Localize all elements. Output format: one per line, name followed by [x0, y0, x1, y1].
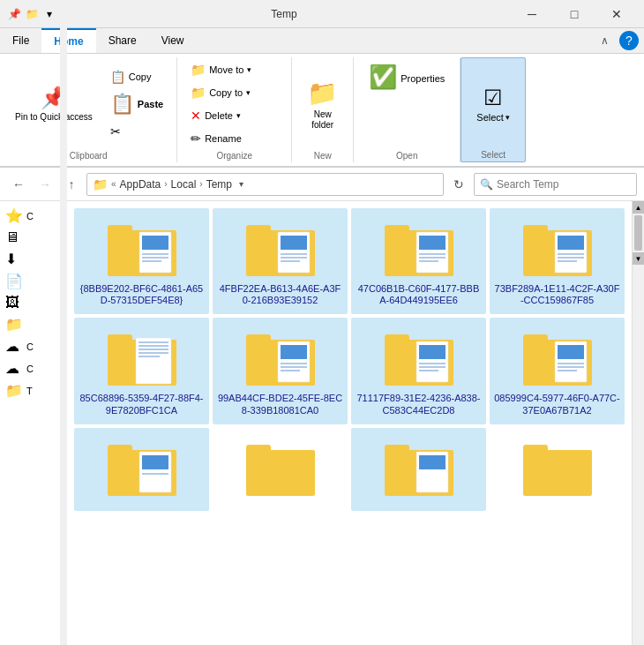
window-title: Temp	[56, 8, 512, 20]
file-item-6[interactable]: 71117F89-31E2-4236-A838-C583C44EC2D8	[351, 318, 486, 424]
main-area: ⭐ C 🖥 ⬇ 📄 🖼 📁 ☁ C ☁	[0, 201, 644, 645]
sidebar-item-2[interactable]: 🖥	[0, 227, 65, 248]
file-grid-container[interactable]: {8BB9E202-BF6C-4861-A65D-57315DEF54E8} 4…	[67, 201, 632, 645]
file-item-10[interactable]	[351, 428, 486, 511]
paste-label: Paste	[138, 99, 163, 109]
file-item-3[interactable]: 73BF289A-1E11-4C2F-A30F-CCC159867F85	[490, 208, 625, 314]
select-button[interactable]: ☑ Select ▾	[468, 81, 518, 127]
scroll-up-button[interactable]: ▲	[633, 201, 644, 214]
file-item-4[interactable]: 85C68896-5359-4F27-88F4-9E7820BFC1CA	[74, 318, 209, 424]
file-item-7[interactable]: 085999C4-5977-46F0-A77C-37E0A67B71A2	[490, 318, 625, 424]
address-local[interactable]: Local	[171, 178, 197, 191]
address-bar[interactable]: 📁 « AppData › Local › Temp ▾	[86, 173, 444, 196]
svg-rect-47	[419, 363, 446, 364]
sidebar-cloud-label-1: C	[26, 341, 34, 352]
svg-rect-10	[281, 236, 307, 250]
scroll-down-button[interactable]: ▼	[633, 252, 644, 265]
sidebar-item-cloud-1[interactable]: ☁ C	[0, 335, 65, 357]
file-item-0[interactable]: {8BB9E202-BF6C-4861-A65D-57315DEF54E8}	[74, 208, 209, 314]
svg-rect-1	[108, 225, 132, 234]
select-chevron: ▾	[505, 113, 510, 122]
forward-button[interactable]: →	[34, 173, 56, 196]
tab-file[interactable]: File	[0, 28, 41, 53]
search-bar[interactable]: 🔍	[474, 173, 637, 196]
sidebar-item-temp[interactable]: 📁 T	[0, 379, 65, 401]
file-item-9[interactable]	[213, 428, 348, 511]
paste-button[interactable]: 📋 Paste	[104, 89, 169, 119]
new-folder-button[interactable]: 📁 Newfolder	[299, 74, 346, 135]
file-name-6: 71117F89-31E2-4236-A838-C583C44EC2D8	[356, 393, 482, 416]
svg-rect-13	[281, 260, 300, 262]
address-arrow-2: ›	[199, 179, 202, 189]
refresh-button[interactable]: ↻	[447, 173, 470, 196]
folder-icon-1	[244, 216, 317, 280]
svg-rect-58	[108, 445, 132, 454]
svg-rect-5	[142, 257, 168, 259]
file-grid: {8BB9E202-BF6C-4861-A65D-57315DEF54E8} 4…	[67, 201, 632, 518]
tab-view[interactable]: View	[149, 28, 197, 53]
address-folder-icon: 📁	[93, 177, 108, 191]
clipboard-group-label: Clipboard	[7, 149, 169, 161]
ribbon-collapse-button[interactable]: ∧	[593, 29, 616, 52]
scrollbar-v[interactable]: ▲ ▼	[632, 201, 644, 645]
back-button[interactable]: ←	[7, 173, 30, 196]
address-dropdown-icon[interactable]: ▾	[239, 179, 243, 189]
pin-to-quick-access-button[interactable]: 📌 Pin to Quick access	[7, 81, 101, 127]
select-icon: ☑	[483, 86, 503, 110]
copy-to-button[interactable]: 📁 Copy to ▾	[184, 82, 257, 103]
star-icon: ⭐	[5, 207, 23, 224]
svg-rect-24	[558, 236, 584, 250]
delete-button[interactable]: ✕ Delete ▾	[184, 105, 247, 126]
svg-rect-61	[142, 473, 168, 475]
new-group-label: New	[299, 149, 346, 161]
svg-rect-27	[558, 260, 577, 262]
rename-button[interactable]: ✏ Rename	[184, 128, 248, 149]
ribbon-help-button[interactable]: ?	[619, 31, 639, 50]
tab-share[interactable]: Share	[96, 28, 149, 53]
sidebar-item-6[interactable]: 📁	[0, 313, 65, 335]
folder-icon-10	[383, 436, 455, 499]
select-label: Select	[476, 112, 504, 123]
svg-rect-25	[558, 253, 584, 255]
dropdown-icon[interactable]: ▾	[42, 7, 56, 21]
ribbon: File Home Share View ∧ ? 📌 Pin to Quick …	[0, 28, 644, 168]
address-temp[interactable]: Temp	[206, 178, 232, 191]
scroll-thumb[interactable]	[634, 215, 642, 251]
pin-label: Pin to Quick access	[15, 112, 93, 123]
copy-button[interactable]: 📋 Copy	[104, 66, 169, 87]
folder-sidebar-icon: 📁	[5, 316, 23, 333]
close-button[interactable]: ✕	[596, 0, 637, 28]
file-item-11[interactable]	[490, 428, 625, 511]
file-item-1[interactable]: 4FBF22EA-B613-4A6E-A3F0-216B93E39152	[213, 208, 348, 314]
svg-rect-69	[523, 445, 548, 454]
ribbon-content: 📌 Pin to Quick access 📋 Copy 📋 Paste ✂	[0, 54, 644, 167]
minimize-button[interactable]: ─	[512, 0, 552, 28]
sidebar-item-3[interactable]: ⬇	[0, 248, 65, 270]
sidebar-item-5[interactable]: 🖼	[0, 292, 65, 313]
properties-button[interactable]: ✅ Properties	[361, 59, 453, 97]
folder-icon-7	[521, 326, 594, 389]
svg-rect-39	[281, 345, 307, 359]
file-item-2[interactable]: 47C06B1B-C60F-4177-BBBA-64D449195EE6	[351, 208, 486, 314]
copy-to-label: Copy to	[209, 87, 243, 98]
organize-group-label: Organize	[184, 149, 284, 161]
cut-button[interactable]: ✂	[104, 121, 169, 142]
file-item-8[interactable]	[74, 428, 209, 511]
move-to-button[interactable]: 📁 Move to ▾	[184, 59, 258, 80]
address-arrow-1: ›	[164, 179, 167, 189]
sidebar-item-4[interactable]: 📄	[0, 270, 65, 292]
address-appdata[interactable]: AppData	[120, 178, 161, 191]
maximize-button[interactable]: □	[554, 0, 595, 28]
sidebar-item-cloud-2[interactable]: ☁ C	[0, 357, 65, 379]
svg-rect-60	[142, 455, 168, 469]
svg-rect-48	[419, 366, 446, 368]
sidebar-scrollbar[interactable]	[60, 201, 67, 645]
tab-home[interactable]: Home	[41, 28, 95, 53]
svg-rect-18	[419, 253, 446, 255]
file-item-5[interactable]: 99AB44CF-BDE2-45FE-8EC8-339B18081CA0	[213, 318, 348, 424]
sidebar-item-1[interactable]: ⭐ C	[0, 205, 65, 227]
search-input[interactable]	[497, 178, 631, 191]
sidebar-cloud-label-2: C	[26, 364, 34, 374]
svg-rect-51	[523, 334, 548, 343]
organize-group: 📁 Move to ▾ 📁 Copy to ▾ ✕ Delete ▾ ✏ Ren…	[177, 57, 292, 162]
